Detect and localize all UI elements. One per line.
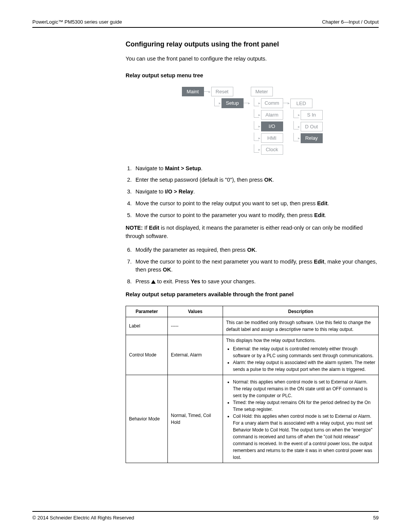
- tree-node-maint: Maint: [182, 87, 204, 97]
- header-left: PowerLogic™ PM5300 series user guide: [32, 19, 122, 25]
- list-item: Move the cursor to point to the paramete…: [133, 211, 379, 220]
- tree-node-dout: D Out: [301, 122, 323, 132]
- table-heading: Relay output setup parameters available …: [126, 291, 379, 299]
- tree-node-led: LED: [290, 99, 312, 109]
- footer-page-number: 59: [373, 515, 379, 521]
- list-item: Press to exit. Press Yes to save your ch…: [133, 278, 379, 286]
- content-area: Configuring relay outputs using the fron…: [126, 39, 379, 463]
- page-header: PowerLogic™ PM5300 series user guide Cha…: [32, 19, 379, 28]
- table-row: Control ModeExternal, AlarmThis displays…: [126, 335, 379, 375]
- list-item: Modify the parameter as required, then p…: [133, 246, 379, 254]
- col-header-parameter: Parameter: [126, 306, 168, 317]
- note-label: NOTE:: [126, 225, 143, 231]
- parameters-table: Parameter Values Description Label-----T…: [126, 306, 379, 463]
- table-row: Label-----This can be modified only thro…: [126, 317, 379, 335]
- up-arrow-icon: [151, 280, 156, 284]
- list-item: Enter the setup password (default is "0"…: [133, 176, 379, 184]
- steps-list-2: Modify the parameter as required, then p…: [126, 246, 379, 286]
- table-row: Behavior ModeNormal, Timed, Coil HoldNor…: [126, 375, 379, 463]
- menu-tree-diagram: Maint ▸ Reset ▸ Setup ▸: [126, 87, 379, 155]
- intro-text: You can use the front panel to configure…: [126, 55, 379, 63]
- tree-node-hmi: HMI: [261, 133, 283, 143]
- footer-copyright: © 2014 Schneider Electric All Rights Res…: [32, 515, 134, 521]
- note-paragraph: NOTE: If Edit is not displayed, it means…: [126, 224, 379, 241]
- tree-node-comm: Comm: [261, 98, 283, 108]
- tree-node-io: I/O: [261, 121, 283, 131]
- steps-list-1: Navigate to Maint > Setup.Enter the setu…: [126, 165, 379, 220]
- col-header-description: Description: [223, 306, 379, 317]
- menu-tree-heading: Relay output setup menu tree: [126, 72, 379, 80]
- list-item: Navigate to Maint > Setup.: [133, 165, 379, 173]
- tree-node-alarm: Alarm: [261, 110, 283, 120]
- tree-node-sin: S In: [301, 110, 323, 120]
- list-item: Navigate to I/O > Relay.: [133, 188, 379, 196]
- tree-node-reset: Reset: [211, 87, 233, 97]
- page-footer: © 2014 Schneider Electric All Rights Res…: [32, 511, 379, 521]
- list-item: Move the cursor to point to the relay ou…: [133, 200, 379, 208]
- tree-node-relay: Relay: [301, 133, 323, 143]
- list-item: Move the cursor to point to the next par…: [133, 258, 379, 275]
- page-title: Configuring relay outputs using the fron…: [126, 39, 379, 50]
- tree-node-meter: Meter: [251, 87, 273, 97]
- col-header-values: Values: [168, 306, 223, 317]
- tree-node-clock: Clock: [261, 145, 283, 155]
- tree-node-setup: Setup: [221, 98, 244, 108]
- header-right: Chapter 6—Input / Output: [322, 19, 379, 25]
